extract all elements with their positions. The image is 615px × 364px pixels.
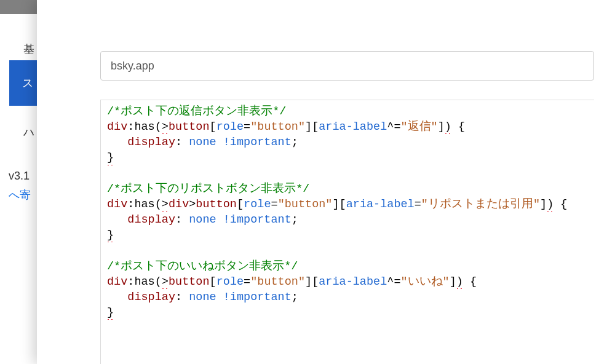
t: = — [415, 198, 421, 211]
err: > — [162, 197, 169, 212]
t: "いいね" — [401, 275, 450, 288]
t: [ — [210, 275, 216, 288]
t: role — [244, 198, 271, 211]
t: role — [216, 275, 244, 288]
t: : — [175, 136, 189, 149]
t: button — [169, 275, 210, 288]
css-code-editor[interactable]: /*ポスト下の返信ボタン非表示*/ div:has(>button[role="… — [100, 100, 594, 364]
t: :has( — [127, 121, 162, 133]
t: "button" — [250, 121, 305, 133]
t: { — [463, 275, 477, 288]
t: button — [169, 121, 210, 133]
code-comment: /*ポスト下のいいねボタン非表示*/ — [107, 260, 298, 273]
t: div — [107, 198, 127, 211]
t: ] — [438, 121, 445, 133]
t: ^= — [387, 121, 400, 133]
t: ; — [292, 136, 298, 149]
t: ; — [292, 291, 298, 304]
t: div — [107, 275, 127, 288]
code-comment: /*ポスト下の返信ボタン非表示*/ — [107, 105, 286, 118]
val: none !important — [189, 136, 292, 149]
domain-input[interactable] — [100, 51, 594, 81]
t: [ — [210, 121, 216, 133]
t: : — [175, 213, 189, 226]
val: none !important — [189, 291, 292, 304]
err: > — [162, 119, 169, 135]
t: :has( — [127, 275, 162, 288]
t: "リポストまたは引用" — [421, 198, 540, 211]
err: } — [107, 150, 114, 165]
style-editor-modal: /*ポスト下の返信ボタン非表示*/ div:has(>button[role="… — [37, 0, 615, 364]
t: ][ — [305, 121, 319, 133]
t: :has( — [127, 198, 162, 211]
version-label: v3.1 — [9, 170, 30, 183]
t: { — [554, 198, 567, 211]
err: ) — [445, 119, 451, 135]
t: div — [107, 121, 127, 133]
t: ] — [450, 275, 456, 288]
t: ] — [540, 198, 547, 211]
note-text: ハ — [23, 125, 34, 140]
t: = — [244, 275, 250, 288]
t: > — [189, 198, 196, 211]
t: ^= — [387, 275, 400, 288]
prop: display — [127, 136, 175, 149]
err: ) — [547, 197, 554, 212]
t: aria-label — [319, 275, 387, 288]
t: [ — [237, 198, 244, 211]
err: > — [162, 274, 169, 290]
val: none !important — [189, 213, 292, 226]
donate-link[interactable]: へ寄 — [9, 188, 31, 202]
t: "button" — [278, 198, 333, 211]
t: = — [271, 198, 278, 211]
page-heading: 基 — [23, 42, 34, 57]
err: } — [107, 228, 114, 243]
t: : — [175, 291, 189, 304]
prop: display — [127, 213, 175, 226]
t: = — [244, 121, 250, 133]
t: "返信" — [401, 121, 438, 133]
t: aria-label — [346, 198, 415, 211]
t: "button" — [250, 275, 305, 288]
t: div — [169, 198, 189, 211]
t: role — [216, 121, 244, 133]
prop: display — [127, 291, 175, 304]
err: } — [107, 305, 114, 320]
t: ; — [292, 213, 298, 226]
code-comment: /*ポスト下のリポストボタン非表示*/ — [107, 183, 309, 196]
t: { — [451, 121, 465, 133]
t: button — [196, 198, 237, 211]
t: aria-label — [319, 121, 387, 133]
err: ) — [456, 274, 463, 290]
t: ][ — [305, 275, 319, 288]
t: ][ — [332, 198, 346, 211]
